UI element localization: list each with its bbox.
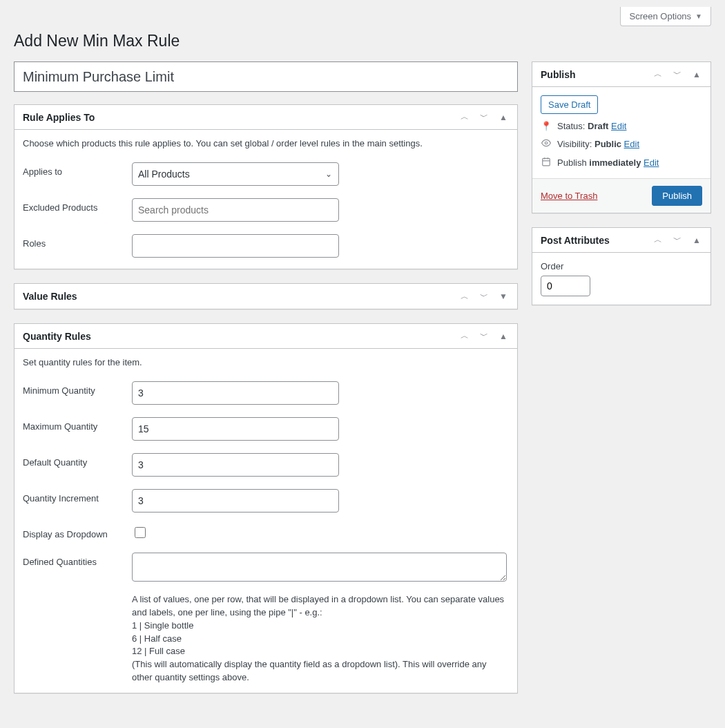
move-down-button[interactable]: ﹀ — [474, 108, 494, 127]
move-up-button[interactable]: ︿ — [648, 231, 668, 250]
increment-qty-input[interactable] — [132, 489, 339, 513]
roles-input[interactable] — [132, 234, 339, 258]
chevron-down-icon: ﹀ — [480, 111, 488, 123]
applies-to-label: Applies to — [23, 162, 132, 177]
chevron-down-icon: ﹀ — [673, 68, 682, 80]
toggle-panel-button[interactable]: ▲ — [494, 327, 513, 346]
toggle-panel-button[interactable]: ▼ — [494, 287, 513, 306]
calendar-icon — [541, 157, 552, 169]
caret-up-icon: ▲ — [693, 70, 701, 79]
chevron-up-icon: ︿ — [654, 68, 662, 80]
min-qty-label: Minimum Quantity — [23, 381, 132, 396]
publish-heading: Publish — [541, 69, 576, 80]
chevron-up-icon: ︿ — [461, 330, 469, 342]
roles-label: Roles — [23, 234, 132, 249]
pin-icon: 📍 — [541, 121, 552, 131]
caret-up-icon: ▲ — [693, 236, 701, 245]
rule-title-input[interactable] — [14, 61, 518, 92]
excluded-products-label: Excluded Products — [23, 198, 132, 213]
excluded-products-input[interactable] — [132, 198, 339, 222]
post-attributes-heading: Post Attributes — [541, 235, 610, 246]
move-down-button[interactable]: ﹀ — [668, 231, 687, 250]
chevron-up-icon: ︿ — [654, 234, 662, 246]
svg-point-0 — [545, 142, 548, 144]
rule-applies-heading: Rule Applies To — [23, 112, 95, 123]
move-down-button[interactable]: ﹀ — [474, 327, 494, 346]
edit-visibility-link[interactable]: Edit — [624, 139, 639, 149]
visibility-value: Public — [594, 139, 621, 149]
max-qty-input[interactable] — [132, 417, 339, 441]
quantity-rules-description: Set quantity rules for the item. — [23, 357, 509, 367]
value-rules-heading: Value Rules — [23, 291, 77, 302]
toggle-panel-button[interactable]: ▲ — [687, 231, 706, 250]
caret-down-icon: ▼ — [499, 291, 508, 301]
increment-qty-label: Quantity Increment — [23, 489, 132, 504]
default-qty-label: Default Quantity — [23, 453, 132, 468]
edit-publish-date-link[interactable]: Edit — [644, 157, 659, 168]
chevron-up-icon: ︿ — [461, 111, 469, 123]
default-qty-input[interactable] — [132, 453, 339, 477]
chevron-down-icon: ﹀ — [480, 330, 488, 342]
caret-up-icon: ▲ — [499, 113, 508, 122]
publish-date-label: Publish — [557, 157, 587, 168]
status-label: Status: — [557, 121, 585, 131]
display-dropdown-checkbox[interactable] — [135, 527, 146, 538]
screen-options-label: Screen Options — [629, 11, 691, 21]
move-down-button[interactable]: ﹀ — [668, 65, 687, 84]
chevron-down-icon: ▼ — [695, 12, 702, 20]
visibility-label: Visibility: — [557, 139, 592, 149]
quantity-rules-panel: Quantity Rules ︿ ﹀ ▲ Set quantity rules … — [14, 323, 518, 693]
move-up-button[interactable]: ︿ — [455, 327, 474, 346]
caret-up-icon: ▲ — [499, 332, 508, 341]
min-qty-input[interactable] — [132, 381, 339, 405]
toggle-panel-button[interactable]: ▲ — [687, 65, 706, 84]
move-up-button[interactable]: ︿ — [455, 287, 474, 306]
order-input[interactable] — [541, 276, 590, 296]
chevron-down-icon: ﹀ — [480, 291, 488, 303]
edit-status-link[interactable]: Edit — [611, 121, 626, 131]
eye-icon — [541, 138, 552, 150]
max-qty-label: Maximum Quantity — [23, 417, 132, 432]
screen-options-button[interactable]: Screen Options ▼ — [620, 7, 711, 26]
rule-applies-description: Choose which products this rule applies … — [23, 138, 509, 149]
publish-panel: Publish ︿ ﹀ ▲ Save Draft 📍 Status: Draft — [532, 61, 711, 213]
move-down-button[interactable]: ﹀ — [474, 287, 494, 306]
defined-qty-label: Defined Quantities — [23, 553, 132, 567]
move-up-button[interactable]: ︿ — [455, 108, 474, 127]
rule-applies-to-panel: Rule Applies To ︿ ﹀ ▲ Choose which produ… — [14, 104, 518, 269]
svg-rect-1 — [543, 158, 550, 166]
defined-qty-help: A list of values, one per row, that will… — [132, 593, 507, 684]
defined-qty-textarea[interactable] — [132, 553, 507, 582]
chevron-up-icon: ︿ — [461, 291, 469, 303]
page-title: Add New Min Max Rule — [14, 32, 711, 50]
toggle-panel-button[interactable]: ▲ — [494, 108, 513, 127]
save-draft-button[interactable]: Save Draft — [541, 95, 598, 114]
move-to-trash-link[interactable]: Move to Trash — [541, 191, 597, 201]
quantity-rules-heading: Quantity Rules — [23, 331, 91, 342]
applies-to-select[interactable]: All Products — [132, 162, 339, 186]
status-value: Draft — [588, 121, 608, 131]
display-dropdown-label: Display as Dropdown — [23, 525, 132, 539]
order-label: Order — [541, 261, 702, 271]
publish-button[interactable]: Publish — [652, 186, 702, 206]
chevron-down-icon: ﹀ — [673, 234, 682, 246]
post-attributes-panel: Post Attributes ︿ ﹀ ▲ Order — [532, 227, 711, 305]
publish-date-value: immediately — [589, 157, 641, 168]
value-rules-panel: Value Rules ︿ ﹀ ▼ — [14, 283, 518, 309]
move-up-button[interactable]: ︿ — [648, 65, 668, 84]
